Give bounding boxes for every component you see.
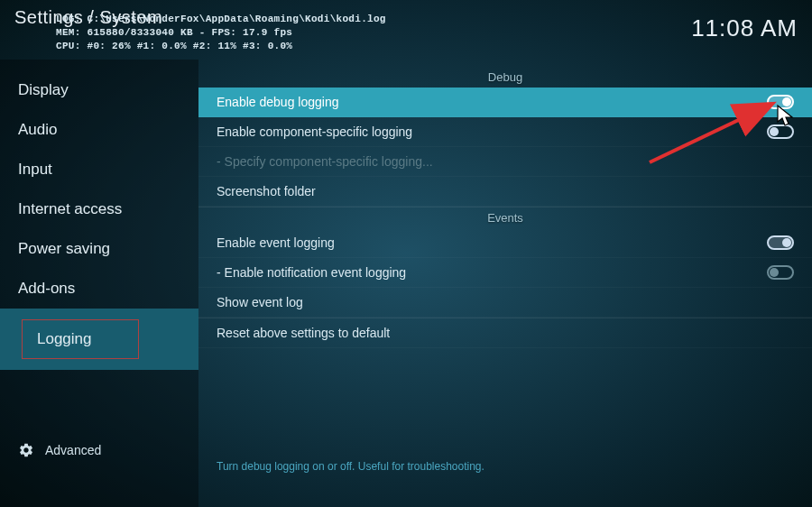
row-label: Show event log (217, 295, 303, 309)
row-enable-component-logging[interactable]: Enable component-specific logging (198, 117, 812, 147)
row-label: - Specify component-specific logging... (217, 154, 433, 169)
debug-mem-fps: MEM: 615880/8333040 KB - FPS: 17.9 fps (56, 26, 386, 40)
clock: 11:08 AM (691, 7, 798, 42)
gear-icon (18, 442, 34, 458)
row-specify-component-logging: - Specify component-specific logging... (198, 147, 812, 177)
row-label: Reset above settings to default (217, 326, 390, 340)
debug-cpu: CPU: #0: 26% #1: 0.0% #2: 11% #3: 0.0% (56, 40, 386, 53)
sidebar-item-logging[interactable]: Logging (0, 309, 198, 370)
row-label: Screenshot folder (217, 184, 316, 198)
settings-level-button[interactable]: Advanced (0, 429, 198, 507)
toggle-enable-debug-logging[interactable] (767, 95, 794, 109)
toggle-enable-event-logging[interactable] (767, 235, 794, 250)
section-header-debug: Debug (198, 67, 812, 88)
debug-log-path: LOG: C:\Users\WonderFox\AppData\Roaming\… (56, 13, 386, 26)
toggle-enable-notification-event-logging[interactable] (767, 265, 794, 280)
row-enable-event-logging[interactable]: Enable event logging (198, 228, 812, 258)
row-label: Enable event logging (217, 235, 335, 250)
section-header-events: Events (198, 207, 812, 228)
sidebar-item-audio[interactable]: Audio (0, 110, 198, 150)
row-enable-notification-event-logging[interactable]: - Enable notification event logging (198, 258, 812, 288)
row-screenshot-folder[interactable]: Screenshot folder (198, 177, 812, 207)
row-label: Enable component-specific logging (217, 124, 412, 139)
row-label: Enable debug logging (217, 95, 338, 109)
sidebar-item-display[interactable]: Display (0, 70, 198, 110)
row-label: - Enable notification event logging (217, 265, 406, 280)
debug-overlay: LOG: C:\Users\WonderFox\AppData\Roaming\… (56, 13, 386, 53)
sidebar: Display Audio Input Internet access Powe… (0, 60, 198, 507)
sidebar-item-power-saving[interactable]: Power saving (0, 229, 198, 269)
sidebar-item-internet-access[interactable]: Internet access (0, 189, 198, 229)
sidebar-item-input[interactable]: Input (0, 150, 198, 189)
row-reset-defaults[interactable]: Reset above settings to default (198, 318, 812, 348)
toggle-enable-component-logging[interactable] (767, 124, 794, 139)
content-pane: Debug Enable debug logging Enable compon… (198, 60, 812, 507)
row-show-event-log[interactable]: Show event log (198, 288, 812, 318)
settings-level-label: Advanced (45, 443, 101, 457)
footer-hint: Turn debug logging on or off. Useful for… (217, 460, 484, 473)
sidebar-item-label: Logging (22, 319, 139, 359)
sidebar-item-add-ons[interactable]: Add-ons (0, 269, 198, 309)
row-enable-debug-logging[interactable]: Enable debug logging (198, 88, 812, 117)
